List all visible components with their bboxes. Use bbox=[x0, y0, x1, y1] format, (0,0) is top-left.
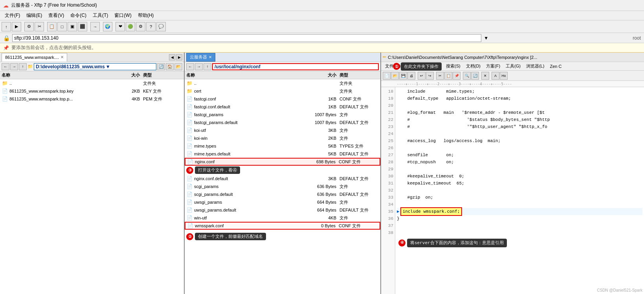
editor-btn-font[interactable]: A bbox=[492, 72, 499, 80]
toolbar-btn-4[interactable]: ✂ bbox=[35, 22, 44, 31]
toolbar-btn-13[interactable]: ⚙ bbox=[136, 22, 145, 31]
toolbar-btn-10[interactable]: 🌍 bbox=[103, 22, 112, 31]
list-item[interactable]: 📄 uwsgi_params 664 Bytes 文件 bbox=[185, 198, 380, 206]
editor-btn-find[interactable]: 🔍 bbox=[463, 72, 471, 80]
address-input[interactable] bbox=[12, 34, 481, 42]
middle-tab[interactable]: 云服务器 ✕ bbox=[186, 53, 215, 62]
menu-tools[interactable]: 工具(T) bbox=[90, 11, 111, 20]
editor-btn-hex[interactable]: Hx bbox=[500, 72, 508, 80]
middle-nav-up[interactable]: ↑ bbox=[204, 63, 211, 70]
list-item[interactable]: 📁 .. 文件夹 bbox=[185, 79, 380, 87]
nav-forward[interactable]: → bbox=[10, 63, 18, 70]
middle-nav-back[interactable]: ← bbox=[186, 63, 194, 70]
menu-view[interactable]: 查看(V) bbox=[45, 11, 67, 20]
middle-tab-close[interactable]: ✕ bbox=[209, 55, 212, 59]
list-item[interactable]: 📄 fastcgi.conf 1KB CONF 文件 bbox=[185, 95, 380, 103]
list-item[interactable]: 📄 mime.types 5KB TYPES 文件 bbox=[185, 142, 380, 150]
editor-btn-print[interactable]: 🖨 bbox=[407, 72, 415, 80]
menu-help[interactable]: 帮助(H) bbox=[135, 11, 157, 20]
editor-btn-redo[interactable]: ↪ bbox=[426, 72, 434, 80]
nav-refresh[interactable]: 🔄 bbox=[157, 63, 165, 70]
list-item[interactable]: 📄 koi-utf 3KB 文件 bbox=[185, 126, 380, 134]
line-number: 35 bbox=[381, 208, 393, 215]
list-item[interactable]: 📄 fastcgi_params.default 1007 Bytes DEFA… bbox=[185, 119, 380, 126]
list-item[interactable]: 📁 .. 文件夹 bbox=[0, 79, 184, 87]
file-name: koi-utf bbox=[194, 128, 308, 133]
list-item[interactable]: 📄 nginx.conf 698 Bytes CONF 文件 bbox=[185, 158, 380, 166]
toolbar-btn-2[interactable]: ▶ bbox=[12, 22, 21, 31]
toolbar-btn-11[interactable]: ❤ bbox=[116, 22, 125, 31]
editor-btn-copy[interactable]: 📋 bbox=[444, 72, 452, 80]
toolbar-btn-8[interactable]: ⬛ bbox=[78, 22, 87, 31]
file-name: scgi_params.default bbox=[194, 192, 308, 197]
editor-menu-item-4[interactable]: 文档(D) bbox=[464, 63, 483, 69]
editor-menu-item-7[interactable]: 浏览器(L) bbox=[524, 63, 547, 69]
editor-btn-save[interactable]: 💾 bbox=[399, 72, 407, 80]
tab-nav-right[interactable]: ▶ bbox=[176, 54, 182, 60]
list-item[interactable]: 📁 cert 文件夹 bbox=[185, 87, 380, 95]
toolbar-btn-3[interactable]: ⚙ bbox=[24, 22, 34, 31]
nav-back[interactable]: ← bbox=[2, 63, 9, 70]
editor-menu-item-5[interactable]: 方案(F) bbox=[484, 63, 503, 69]
editor-btn-paste[interactable]: 📌 bbox=[453, 72, 461, 80]
editor-btn-open[interactable]: 📂 bbox=[391, 72, 399, 80]
toolbar-btn-5[interactable]: 📋 bbox=[47, 22, 57, 31]
list-item[interactable]: 📄 8611235_www.wmsspark.top.p... 4KB PEM … bbox=[0, 95, 184, 103]
editor-btn-cut[interactable]: ✂ bbox=[436, 72, 444, 80]
address-dropdown-arrow[interactable]: ▼ bbox=[484, 35, 488, 41]
list-item[interactable]: 📄 mime.types.default 5KB DEFAULT 文件 bbox=[185, 150, 380, 158]
editor-menu-item-6[interactable]: 工具(G) bbox=[503, 63, 523, 69]
path-dropdown[interactable]: ▼ bbox=[106, 64, 110, 69]
editor-menu-item-3[interactable]: 搜索(S) bbox=[444, 63, 463, 69]
toolbar-btn-12[interactable]: 🟢 bbox=[126, 22, 135, 31]
file-name: nginx.conf bbox=[195, 159, 307, 164]
file-type: DEFAULT 文件 bbox=[339, 176, 379, 182]
menu-edit[interactable]: 编辑(E) bbox=[23, 11, 45, 20]
list-item[interactable]: 📄 koi-win 2KB 文件 bbox=[185, 134, 380, 142]
middle-nav-forward[interactable]: → bbox=[195, 63, 203, 70]
file-size: 2KB bbox=[308, 136, 339, 141]
toolbar-btn-6[interactable]: □ bbox=[57, 22, 67, 31]
list-item[interactable]: 📄 scgi_params 636 Bytes 文件 bbox=[185, 183, 380, 190]
list-item[interactable]: 📄 fastcgi_params 1007 Bytes 文件 bbox=[185, 111, 380, 119]
code-line: default_type application/octet-stream; bbox=[397, 95, 642, 102]
list-item[interactable]: 📄 nginx.conf.default 3KB DEFAULT 文件 bbox=[185, 175, 380, 183]
file-type: 文件 bbox=[339, 135, 379, 141]
file-size: 664 Bytes bbox=[308, 208, 339, 212]
file-name: uwsgi_params bbox=[194, 200, 308, 205]
code-content[interactable]: include mime.types; default_type applica… bbox=[395, 87, 644, 294]
middle-panel: 云服务器 ✕ ← → ↑ /usr/local/nginx/conf ① 在此文… bbox=[185, 53, 381, 294]
line-number: 31 bbox=[381, 180, 393, 187]
file-size: 664 Bytes bbox=[308, 200, 339, 205]
list-item[interactable]: 📄 8611235_www.wmsspark.top.key 2KB KEY 文… bbox=[0, 87, 184, 95]
menu-window[interactable]: 窗口(W) bbox=[111, 11, 134, 20]
editor-btn-undo[interactable]: ↩ bbox=[418, 72, 426, 80]
code-line bbox=[397, 130, 642, 137]
list-item[interactable]: 📄 uwsgi_params.default 664 Bytes DEFAULT… bbox=[185, 206, 380, 214]
menu-file[interactable]: 文件(F) bbox=[2, 11, 23, 20]
toolbar-btn-15[interactable]: 💬 bbox=[156, 22, 166, 31]
path-folder-icon: 📁 bbox=[28, 64, 33, 69]
nav-home[interactable]: 🏠 bbox=[166, 63, 174, 70]
toolbar-btn-14[interactable]: ? bbox=[146, 22, 156, 31]
editor-btn-replace[interactable]: 🔄 bbox=[471, 72, 479, 80]
editor-menu-item-8[interactable]: Zen C bbox=[547, 64, 564, 69]
toolbar-btn-1[interactable]: ↑ bbox=[2, 22, 11, 31]
editor-btn-x[interactable]: ✕ bbox=[481, 72, 489, 80]
list-item[interactable]: 📄 fastcgi.conf.default 1KB DEFAULT 文件 bbox=[185, 103, 380, 111]
list-item[interactable]: 📄 win-utf 4KB 文件 bbox=[185, 214, 380, 222]
toolbar-btn-9[interactable]: → bbox=[90, 22, 100, 31]
file-size: 5KB bbox=[308, 152, 339, 156]
nav-new-folder[interactable]: 📂 bbox=[174, 63, 182, 70]
left-tab[interactable]: 8611235_www.wmsspark.... ✕ bbox=[2, 53, 67, 62]
list-item[interactable]: 📄 scgi_params.default 636 Bytes DEFAULT … bbox=[185, 190, 380, 198]
list-item[interactable]: 📄 wmsspark.conf 0 Bytes CONF 文件 bbox=[185, 222, 380, 230]
tab-nav-left[interactable]: ◀ bbox=[169, 54, 175, 60]
nav-up[interactable]: ↑ bbox=[19, 63, 27, 70]
menu-command[interactable]: 命令(C) bbox=[67, 11, 90, 20]
editor-btn-new[interactable]: 📄 bbox=[383, 72, 391, 80]
left-tab-close[interactable]: ✕ bbox=[61, 55, 64, 59]
file-name: mime.types bbox=[194, 144, 308, 148]
title-bar: ☁ 云服务器 - Xftp 7 (Free for Home/School) bbox=[0, 0, 644, 11]
toolbar-btn-7[interactable]: ▣ bbox=[68, 22, 77, 31]
